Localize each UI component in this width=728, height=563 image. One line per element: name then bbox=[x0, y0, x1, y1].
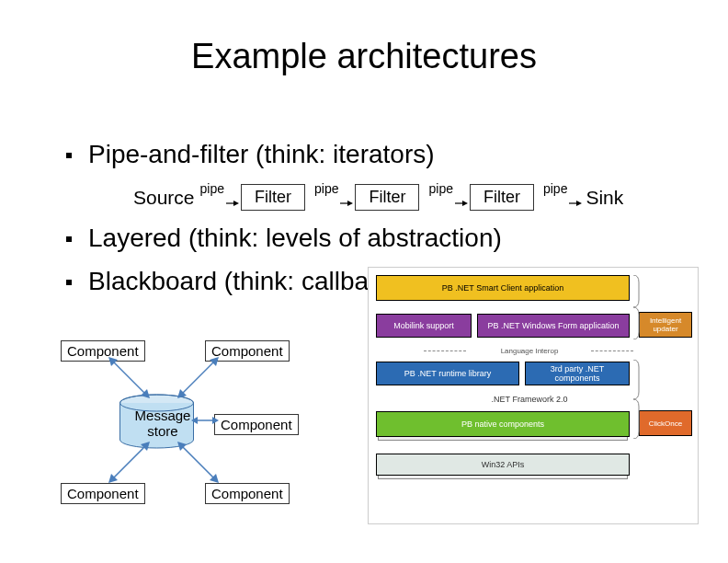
pipe-label: pipe bbox=[428, 181, 452, 196]
svg-marker-1 bbox=[233, 201, 239, 206]
dashed-line bbox=[591, 350, 633, 351]
framework-label: .NET Framework 2.0 bbox=[461, 395, 598, 404]
pipe-label: pipe bbox=[543, 181, 567, 196]
svg-line-10 bbox=[113, 362, 145, 394]
layer-box-runtime: PB .NET runtime library bbox=[376, 362, 519, 385]
layer-badge-clickonce: ClickOnce bbox=[639, 410, 692, 436]
filter-box: Filter bbox=[241, 184, 305, 211]
layer-shadow bbox=[378, 437, 628, 441]
arrow-icon bbox=[455, 199, 468, 208]
svg-marker-17 bbox=[191, 417, 198, 424]
bullet-text: Layered (think: levels of abstraction) bbox=[88, 220, 502, 256]
double-arrow-icon bbox=[191, 414, 219, 428]
svg-line-13 bbox=[182, 362, 214, 394]
layer-box-winform: PB .NET Windows Form application bbox=[477, 314, 630, 338]
svg-line-22 bbox=[113, 446, 145, 478]
pipe-label: pipe bbox=[314, 181, 338, 196]
component-box: Component bbox=[214, 414, 299, 435]
svg-marker-18 bbox=[212, 417, 219, 424]
message-store-label: Message store bbox=[131, 408, 195, 439]
dashed-line bbox=[424, 350, 466, 351]
slide-title: Example architectures bbox=[0, 37, 728, 76]
brace-icon bbox=[631, 275, 641, 339]
pipe-filter-diagram: Source pipe Filter pipe Filter pipe Filt… bbox=[133, 184, 623, 211]
layer-box-3rdparty: 3rd party .NET components bbox=[525, 362, 630, 385]
blackboard-diagram: Component Component Component Component … bbox=[53, 340, 329, 534]
layer-badge-updater: Intelligent updater bbox=[639, 312, 692, 338]
pipe-label: pipe bbox=[200, 181, 224, 196]
source-label: Source bbox=[133, 187, 195, 209]
filter-box: Filter bbox=[355, 184, 419, 211]
bullet-dot-icon bbox=[66, 153, 72, 158]
svg-marker-5 bbox=[462, 201, 468, 206]
bullet-dot-icon bbox=[66, 280, 72, 285]
bullet-dot-icon bbox=[66, 236, 72, 242]
layer-box-native: PB native components bbox=[376, 411, 630, 437]
layer-box-win32: Win32 APIs bbox=[376, 454, 630, 476]
language-interop-label: Language Interop bbox=[470, 347, 589, 355]
layer-shadow bbox=[378, 476, 628, 479]
sink-label: Sink bbox=[586, 187, 623, 209]
double-arrow-icon bbox=[177, 442, 223, 488]
layer-box-client-app: PB .NET Smart Client application bbox=[376, 275, 630, 301]
bullet-item: Pipe-and-filter (think: iterators) bbox=[66, 136, 691, 172]
bullet-text: Blackboard (think: callbacks) bbox=[88, 263, 415, 299]
filter-box: Filter bbox=[470, 184, 534, 211]
arrow-icon bbox=[340, 199, 353, 208]
layer-box-mobilink: Mobilink support bbox=[376, 314, 472, 338]
bullet-item: Layered (think: levels of abstraction) bbox=[66, 220, 691, 256]
arrow-icon bbox=[569, 199, 582, 208]
double-arrow-icon bbox=[108, 357, 154, 403]
bullet-text: Pipe-and-filter (think: iterators) bbox=[88, 136, 435, 172]
brace-icon bbox=[631, 360, 641, 439]
svg-marker-3 bbox=[347, 201, 353, 206]
double-arrow-icon bbox=[177, 357, 223, 403]
layered-diagram: PB .NET Smart Client application Mobilin… bbox=[368, 267, 699, 524]
svg-line-19 bbox=[182, 446, 214, 478]
double-arrow-icon bbox=[108, 442, 154, 488]
arrow-icon bbox=[226, 199, 239, 208]
svg-marker-7 bbox=[576, 201, 582, 206]
